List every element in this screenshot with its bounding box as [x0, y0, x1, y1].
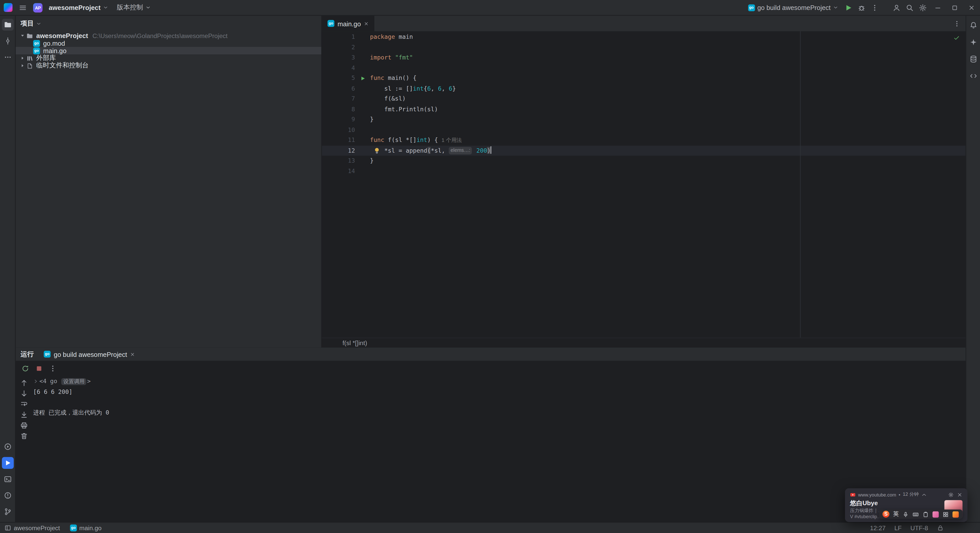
- code-line-12[interactable]: 12 *sl = append(*sl, elems…: 200): [322, 145, 966, 156]
- more-horizontal-icon[interactable]: [2, 51, 14, 63]
- run-config-widget[interactable]: go go build awesomeProject: [746, 2, 841, 13]
- ai-assistant-icon[interactable]: [967, 36, 979, 48]
- project-tree-item-item[interactable]: 外部库: [16, 54, 321, 62]
- database-icon[interactable]: [967, 53, 979, 65]
- editor-tab-main-go[interactable]: go main.go: [322, 16, 375, 31]
- fold-chip[interactable]: 设置调用: [62, 378, 86, 385]
- sogou-input-icon[interactable]: S: [883, 511, 889, 518]
- sogou-skin-icon[interactable]: [932, 511, 939, 517]
- project-tree-item-awesomeproject[interactable]: awesomeProjectC:\Users\meow\GolandProjec…: [16, 32, 321, 39]
- problems-icon[interactable]: [2, 490, 14, 501]
- next-occurrence-icon[interactable]: [20, 390, 28, 398]
- ime-mode-indicator[interactable]: 英: [893, 510, 899, 518]
- toast-close-icon[interactable]: [957, 492, 963, 497]
- close-run-tab-icon[interactable]: [130, 352, 135, 357]
- main-menu-icon[interactable]: [16, 1, 29, 14]
- clear-all-icon[interactable]: [20, 432, 28, 440]
- debug-bug-icon[interactable]: [855, 1, 868, 14]
- git-branch-icon[interactable]: [2, 506, 14, 518]
- code-line-2[interactable]: 2: [322, 42, 966, 53]
- statusbar-awesomeproject[interactable]: awesomeProject: [4, 525, 60, 531]
- project-widget[interactable]: awesomeProject: [46, 2, 110, 13]
- line-number[interactable]: 10: [322, 125, 355, 135]
- more-actions-icon[interactable]: [868, 1, 881, 14]
- run-tab-go-build[interactable]: go go build awesomeProject: [44, 350, 135, 358]
- soft-wrap-icon[interactable]: [20, 400, 28, 408]
- vcs-widget[interactable]: 版本控制: [115, 1, 153, 14]
- notifications-bell-icon[interactable]: [967, 19, 979, 32]
- minimize-button[interactable]: [929, 0, 946, 15]
- close-tab-icon[interactable]: [364, 21, 369, 26]
- project-panel-header[interactable]: 项目: [16, 16, 321, 32]
- console-output[interactable]: <4 go 设置调用>[6 6 6 200] 进程 已完成，退出代码为 0: [33, 376, 966, 522]
- file-encoding[interactable]: UTF-8: [910, 525, 928, 531]
- line-number[interactable]: 2: [322, 42, 355, 53]
- editor-tab-options-icon[interactable]: [953, 20, 961, 27]
- search-everywhere-icon[interactable]: [903, 1, 916, 14]
- line-number[interactable]: 6: [322, 83, 355, 94]
- print-icon[interactable]: [20, 422, 28, 430]
- console-line-1[interactable]: <4 go 设置调用>: [33, 376, 966, 387]
- settings-gear-icon[interactable]: [916, 1, 929, 14]
- maximize-button[interactable]: [946, 0, 963, 15]
- line-number[interactable]: 13: [322, 156, 355, 166]
- code-line-6[interactable]: 6 sl := []int{6, 6, 6}: [322, 83, 966, 94]
- rerun-icon[interactable]: [21, 364, 29, 372]
- project-tree-item-go-mod[interactable]: gogo.mod: [16, 39, 321, 47]
- scroll-to-end-icon[interactable]: [20, 411, 28, 419]
- line-number[interactable]: 1: [322, 32, 355, 42]
- project-tree-item-main-go[interactable]: gomain.go: [16, 47, 321, 54]
- line-number[interactable]: 3: [322, 53, 355, 63]
- code-line-5[interactable]: 5func main() {: [322, 73, 966, 83]
- code-line-7[interactable]: 7 f(&sl): [322, 94, 966, 104]
- project-tree-item-item[interactable]: 临时文件和控制台: [16, 62, 321, 69]
- statusbar-main-go[interactable]: gomain.go: [70, 525, 102, 531]
- services-icon[interactable]: [2, 441, 14, 453]
- run-line-icon[interactable]: [355, 73, 370, 83]
- code-line-4[interactable]: 4: [322, 63, 966, 73]
- commit-icon[interactable]: [2, 35, 14, 47]
- code-line-9[interactable]: 9}: [322, 115, 966, 124]
- line-number[interactable]: 4: [322, 63, 355, 73]
- code-line-3[interactable]: 3import "fmt": [322, 53, 966, 63]
- run-tool-icon[interactable]: [2, 457, 14, 469]
- breadcrumb-function[interactable]: f(sl *[]int): [342, 339, 367, 347]
- code-line-10[interactable]: 10: [322, 125, 966, 135]
- line-number[interactable]: 14: [322, 166, 355, 176]
- console-line-3[interactable]: [33, 397, 966, 407]
- code-line-13[interactable]: 13}: [322, 156, 966, 166]
- code-line-1[interactable]: 1package main: [322, 32, 966, 42]
- line-number[interactable]: 5: [322, 73, 355, 83]
- collapsed-chevron-icon[interactable]: [19, 56, 25, 61]
- clipboard-icon[interactable]: [923, 511, 929, 517]
- line-separator[interactable]: LF: [894, 525, 902, 531]
- endpoints-icon[interactable]: [967, 70, 979, 82]
- code-line-14[interactable]: 14: [322, 166, 966, 176]
- line-number[interactable]: 11: [322, 135, 355, 145]
- line-number[interactable]: 9: [322, 115, 355, 124]
- stop-icon[interactable]: [35, 364, 43, 372]
- code-line-11[interactable]: 11func f(sl *[]int) { 1 个用法: [322, 135, 966, 145]
- collapsed-chevron-icon[interactable]: [19, 63, 25, 68]
- mic-icon[interactable]: [902, 511, 908, 517]
- expanded-chevron-icon[interactable]: [19, 33, 25, 38]
- profile-icon[interactable]: [890, 1, 903, 14]
- line-number[interactable]: 12: [322, 145, 355, 156]
- run-button[interactable]: [842, 1, 855, 14]
- grid-icon[interactable]: [942, 511, 948, 517]
- sogou-smart-icon[interactable]: [953, 511, 959, 517]
- cursor-position[interactable]: 12:27: [870, 525, 886, 531]
- inspections-ok-icon[interactable]: [953, 35, 960, 41]
- console-line-2[interactable]: [6 6 6 200]: [33, 387, 966, 397]
- project-folder-icon[interactable]: [2, 19, 14, 31]
- toast-settings-gear-icon[interactable]: [948, 492, 954, 497]
- close-button[interactable]: [963, 0, 980, 15]
- keyboard-icon[interactable]: [913, 511, 919, 517]
- code-editor[interactable]: 1package main23import "fmt"45func main()…: [322, 31, 966, 337]
- expand-fold-icon[interactable]: [33, 379, 38, 384]
- line-number[interactable]: 7: [322, 94, 355, 104]
- chevron-up-icon[interactable]: [921, 492, 927, 497]
- more-vertical-icon[interactable]: [49, 364, 57, 372]
- console-line-4[interactable]: 进程 已完成，退出代码为 0: [33, 407, 966, 418]
- terminal-icon[interactable]: [2, 473, 14, 485]
